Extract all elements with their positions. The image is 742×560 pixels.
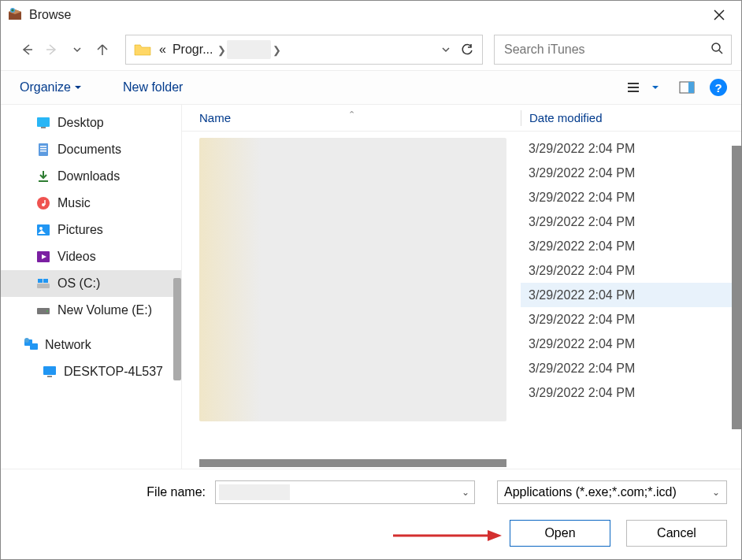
help-button[interactable]: ? xyxy=(710,79,727,96)
horizontal-scrollbar-track[interactable] xyxy=(182,458,741,469)
sidebar-scrollbar[interactable] xyxy=(173,278,181,380)
column-date[interactable]: Date modified xyxy=(521,111,741,124)
svg-rect-5 xyxy=(628,91,639,92)
file-row-date[interactable]: 3/29/2022 2:04 PM xyxy=(521,258,741,283)
svg-rect-29 xyxy=(47,376,52,377)
forward-button[interactable] xyxy=(45,43,59,57)
sidebar-item-videos[interactable]: Videos xyxy=(1,243,181,270)
chevron-right-icon[interactable]: ❯ xyxy=(216,44,227,56)
file-list-body[interactable]: 3/29/2022 2:04 PM3/29/2022 2:04 PM3/29/2… xyxy=(182,132,741,458)
address-dropdown-icon[interactable] xyxy=(436,45,455,54)
vertical-scrollbar[interactable] xyxy=(732,146,741,429)
svg-point-27 xyxy=(24,338,29,343)
address-bar[interactable]: « Progr... ❯ ❯ xyxy=(125,35,483,65)
folder-icon xyxy=(134,43,151,57)
sidebar-item-label: Pictures xyxy=(58,223,103,237)
open-button[interactable]: Open xyxy=(510,520,610,547)
sidebar-item-documents[interactable]: Documents xyxy=(1,136,181,163)
sidebar-item-label: Desktop xyxy=(58,116,104,130)
search-input[interactable] xyxy=(503,42,710,57)
search-icon[interactable] xyxy=(710,42,723,57)
file-row-date[interactable]: 3/29/2022 2:04 PM xyxy=(521,380,741,405)
file-row-date[interactable]: 3/29/2022 2:04 PM xyxy=(521,136,741,161)
chevron-right-icon[interactable]: ❯ xyxy=(271,44,282,56)
svg-rect-21 xyxy=(38,279,43,283)
drive-icon xyxy=(35,276,51,291)
sidebar-item-new-volume[interactable]: New Volume (E:) xyxy=(1,297,181,324)
sidebar-item-pictures[interactable]: Pictures xyxy=(1,217,181,243)
sidebar-item-downloads[interactable]: Downloads xyxy=(1,163,181,190)
file-type-filter[interactable]: Applications (*.exe;*.com;*.icd) ⌄ xyxy=(497,480,727,504)
new-folder-label: New folder xyxy=(123,80,183,95)
file-row-date[interactable]: 3/29/2022 2:04 PM xyxy=(521,161,741,185)
sidebar-item-network-computer[interactable]: DESKTOP-4L537 xyxy=(1,358,181,385)
downloads-icon xyxy=(35,169,51,184)
column-name[interactable]: ⌃ Name xyxy=(182,111,521,124)
svg-rect-28 xyxy=(43,366,56,375)
sidebar-item-label: OS (C:) xyxy=(58,276,100,291)
sidebar-item-label: DESKTOP-4L537 xyxy=(64,365,163,379)
file-row-date[interactable]: 3/29/2022 2:04 PM xyxy=(521,332,741,356)
filename-input[interactable]: ⌄ xyxy=(215,480,475,504)
file-type-label: Applications (*.exe;*.com;*.icd) xyxy=(504,485,677,499)
organize-label: Organize xyxy=(20,80,71,95)
horizontal-scrollbar-thumb[interactable] xyxy=(199,459,506,467)
svg-point-18 xyxy=(39,227,43,230)
annotation-arrow-icon xyxy=(393,528,503,543)
svg-rect-8 xyxy=(37,117,50,127)
svg-rect-11 xyxy=(40,146,46,147)
cancel-button-label: Cancel xyxy=(657,526,696,540)
breadcrumb-overflow[interactable]: « xyxy=(156,43,169,57)
recent-dropdown-icon[interactable] xyxy=(70,43,84,57)
up-button[interactable] xyxy=(95,43,109,57)
desktop-icon xyxy=(35,116,51,130)
back-button[interactable] xyxy=(20,43,34,57)
sidebar-item-network[interactable]: Network xyxy=(1,332,181,358)
sort-indicator-icon: ⌃ xyxy=(348,109,355,120)
monitor-icon xyxy=(42,365,58,379)
breadcrumb-item-1[interactable]: Progr... xyxy=(169,43,217,57)
preview-pane-button[interactable] xyxy=(678,79,696,96)
new-folder-button[interactable]: New folder xyxy=(118,77,187,98)
videos-icon xyxy=(35,250,51,264)
sidebar-item-desktop[interactable]: Desktop xyxy=(1,109,181,136)
bottom-panel: File name: ⌄ Applications (*.exe;*.com;*… xyxy=(1,469,741,559)
open-button-label: Open xyxy=(544,526,575,540)
file-row-date[interactable]: 3/29/2022 2:04 PM xyxy=(521,307,741,332)
sidebar-item-os-drive[interactable]: OS (C:) xyxy=(1,270,181,297)
view-mode-button[interactable] xyxy=(626,79,644,96)
file-names-column xyxy=(182,132,521,458)
svg-point-2 xyxy=(712,43,720,51)
svg-rect-12 xyxy=(40,148,46,150)
cancel-button[interactable]: Cancel xyxy=(626,520,727,547)
sidebar-item-label: Music xyxy=(58,196,91,210)
file-row-date[interactable]: 3/29/2022 2:04 PM xyxy=(521,185,741,210)
sidebar-item-label: New Volume (E:) xyxy=(58,303,152,317)
main-area: Desktop Documents Downloads Music Pictur… xyxy=(1,105,741,469)
sidebar-item-music[interactable]: Music xyxy=(1,190,181,217)
filename-row: File name: ⌄ Applications (*.exe;*.com;*… xyxy=(15,480,727,504)
sidebar-item-label: Videos xyxy=(58,250,96,264)
filename-dropdown-icon[interactable]: ⌄ xyxy=(462,487,469,498)
refresh-button[interactable] xyxy=(455,43,479,57)
app-icon xyxy=(7,7,23,23)
column-headers: ⌃ Name Date modified xyxy=(182,105,741,132)
file-row-date[interactable]: 3/29/2022 2:04 PM xyxy=(521,210,741,234)
file-row-date[interactable]: 3/29/2022 2:04 PM xyxy=(521,234,741,258)
sidebar-item-label: Network xyxy=(45,338,91,352)
breadcrumb-item-2[interactable] xyxy=(227,40,271,59)
close-button[interactable] xyxy=(703,3,735,27)
sidebar-item-label: Documents xyxy=(58,143,121,157)
svg-rect-13 xyxy=(40,150,46,152)
file-row-date[interactable]: 3/29/2022 2:04 PM xyxy=(521,356,741,380)
search-box[interactable] xyxy=(494,35,732,65)
svg-point-24 xyxy=(46,310,48,312)
filter-dropdown-icon[interactable]: ⌄ xyxy=(712,487,720,498)
svg-rect-9 xyxy=(41,127,46,128)
svg-point-16 xyxy=(42,203,45,206)
command-toolbar: Organize New folder ? xyxy=(1,70,741,105)
view-dropdown-icon[interactable] xyxy=(647,79,664,96)
file-names-redacted[interactable] xyxy=(199,138,506,421)
file-row-date[interactable]: 3/29/2022 2:04 PM xyxy=(521,283,741,307)
organize-button[interactable]: Organize xyxy=(15,77,87,98)
